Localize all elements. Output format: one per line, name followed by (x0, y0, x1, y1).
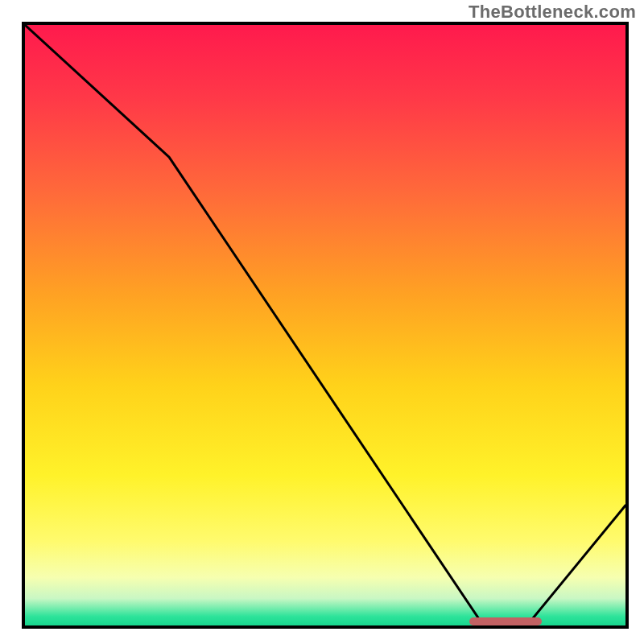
background-rect (25, 25, 625, 625)
sweet-spot-marker (469, 617, 542, 625)
chart-frame: TheBottleneck.com (0, 0, 644, 644)
plot-area (22, 22, 629, 629)
watermark-text: TheBottleneck.com (469, 2, 636, 23)
chart-svg (25, 25, 625, 625)
